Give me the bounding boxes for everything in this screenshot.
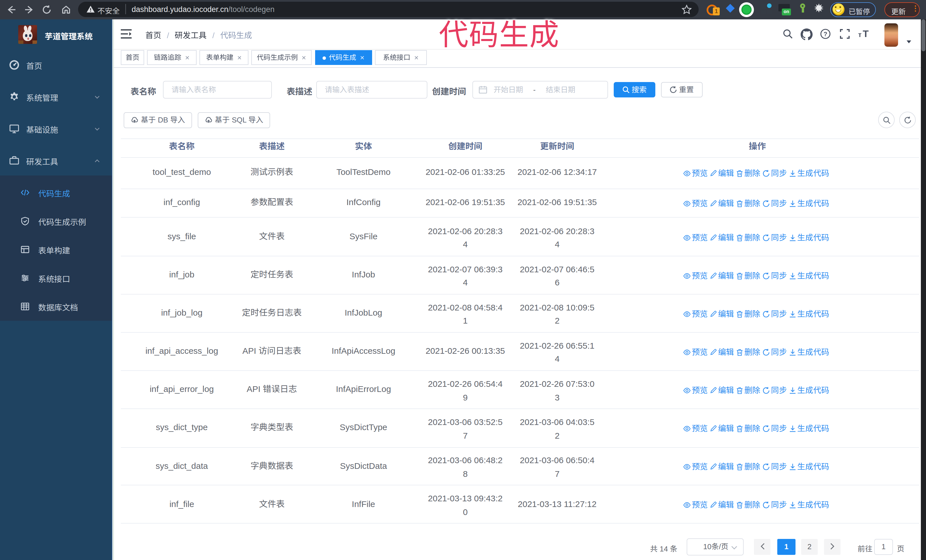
svg-text:?: ? [823, 30, 827, 38]
svg-text:T: T [863, 29, 869, 39]
svg-text:т: т [858, 31, 862, 38]
